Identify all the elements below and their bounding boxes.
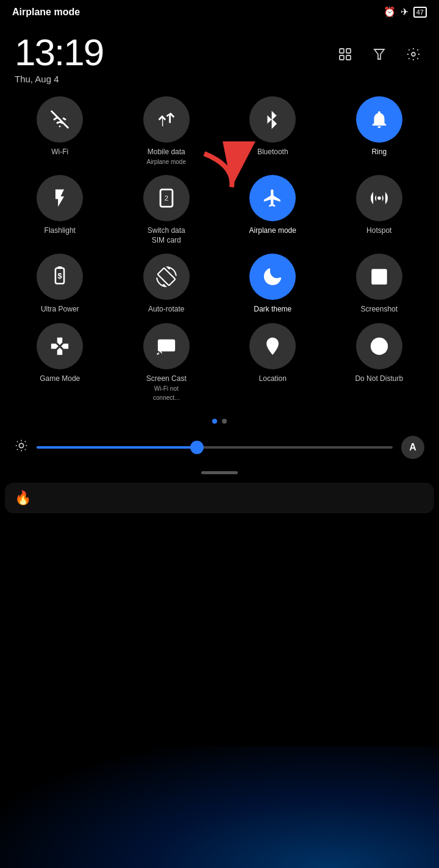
brightness-icon [15,439,28,456]
screenshot-label: Screenshot [360,305,398,315]
tile-dnd[interactable]: Do Not Disturb [329,323,430,403]
svg-line-26 [25,449,26,450]
svg-rect-2 [340,55,344,60]
ultra-power-label: Ultra Power [41,305,79,315]
svg-point-5 [412,52,415,56]
quick-tiles: Wi-Fi Mobile dataAirplane mode Bluetooth… [0,90,439,409]
game-mode-icon-wrap [37,323,83,369]
brightness-fill [37,446,197,449]
pagination-dots [0,409,439,430]
svg-line-29 [17,449,18,450]
tile-screen-cast[interactable]: Screen CastWi-Fi not connect... [116,323,217,403]
wifi-icon-wrap [37,96,83,143]
edit-tiles-button[interactable] [334,43,356,65]
dnd-icon-wrap [356,323,402,369]
tile-auto-rotate[interactable]: Auto-rotate [116,254,217,315]
svg-point-22 [19,443,23,447]
tile-hotspot[interactable]: Hotspot [329,175,430,245]
svg-point-17 [157,353,159,355]
dark-theme-label: Dark theme [254,305,291,315]
location-label: Location [259,374,287,384]
screen-cast-label: Screen CastWi-Fi not connect... [142,374,191,403]
svg-line-25 [17,441,18,442]
tile-switch-sim[interactable]: 2 Switch data SIM card [116,175,217,245]
background-gradient [0,746,439,868]
mobile-data-icon-wrap [143,96,190,143]
svg-text:$: $ [58,271,62,280]
airplane-icon-wrap [249,175,296,221]
location-icon-wrap [249,323,296,369]
wifi-label: Wi-Fi [51,148,68,157]
svg-rect-15 [371,269,387,285]
dark-theme-icon-wrap [249,254,296,300]
tile-screenshot[interactable]: Screenshot [329,254,430,315]
mobile-data-label: Mobile dataAirplane mode [147,148,186,166]
dnd-label: Do Not Disturb [355,374,403,384]
switch-sim-icon-wrap: 2 [143,175,190,221]
tiles-grid: Wi-Fi Mobile dataAirplane mode Bluetooth… [10,96,429,403]
time-date: 13:19 Thu, Aug 4 [15,34,103,84]
tile-game-mode[interactable]: Game Mode [10,323,110,403]
time-section: 13:19 Thu, Aug 4 [0,21,439,90]
svg-text:2: 2 [165,194,168,202]
airplane-label: Airplane mode [249,226,296,236]
ring-label: Ring [371,148,387,157]
switch-sim-label: Switch data SIM card [142,226,191,245]
svg-rect-14 [58,266,62,269]
svg-rect-16 [158,340,175,352]
screenshot-icon-wrap [356,254,402,300]
bottom-app-bar[interactable]: 🔥 [5,483,434,513]
ultra-power-icon-wrap: $ [37,254,83,300]
hotspot-icon-wrap [356,175,402,221]
tile-bluetooth[interactable]: Bluetooth [223,96,323,166]
tile-ultra-power[interactable]: $ Ultra Power [10,254,110,315]
tile-dark-theme[interactable]: Dark theme [223,254,323,315]
ring-icon-wrap [356,96,402,143]
svg-rect-1 [346,49,351,53]
hotspot-label: Hotspot [366,226,391,236]
settings-icon[interactable] [402,43,424,65]
tile-mobile-data[interactable]: Mobile dataAirplane mode [116,96,217,166]
handle-bar [0,468,439,480]
time-action-icons [334,43,424,65]
flashlight-icon-wrap [37,175,83,221]
status-bar: Airplane mode ⏰ ✈ 47 [0,0,439,21]
svg-marker-4 [374,49,384,59]
game-mode-label: Game Mode [40,374,80,384]
auto-rotate-label: Auto-rotate [148,305,184,315]
fire-icon: 🔥 [15,490,31,506]
auto-rotate-icon-wrap [143,254,190,300]
auto-brightness-label: A [409,442,416,453]
svg-point-7 [59,126,61,127]
status-title: Airplane mode [12,7,80,18]
date-display: Thu, Aug 4 [15,74,103,84]
auto-brightness-button[interactable]: A [401,436,424,459]
dot-2 [222,419,227,424]
tile-ring[interactable]: Ring [329,96,430,166]
status-icons: ⏰ ✈ 47 [384,6,427,18]
brightness-thumb[interactable] [190,441,204,454]
airplane-status-icon: ✈ [401,6,409,18]
brightness-slider[interactable] [37,446,393,449]
battery-indicator: 47 [413,7,427,18]
time-display: 13:19 [15,34,103,71]
tile-wifi[interactable]: Wi-Fi [10,96,110,166]
svg-rect-3 [346,55,351,60]
swipe-handle [201,471,238,474]
tile-location[interactable]: Location [223,323,323,403]
tile-flashlight[interactable]: Flashlight [10,175,110,245]
dot-1 [212,419,217,424]
bluetooth-icon-wrap [249,96,296,143]
svg-rect-0 [340,49,344,53]
flashlight-label: Flashlight [45,226,76,236]
filter-icon[interactable] [368,43,390,65]
tile-airplane[interactable]: Airplane mode [223,175,323,245]
svg-line-30 [25,441,26,442]
brightness-row: A [0,430,439,468]
bluetooth-label: Bluetooth [257,148,288,157]
svg-point-11 [377,196,381,200]
alarm-icon: ⏰ [384,6,396,18]
screen-cast-icon-wrap [143,323,190,369]
